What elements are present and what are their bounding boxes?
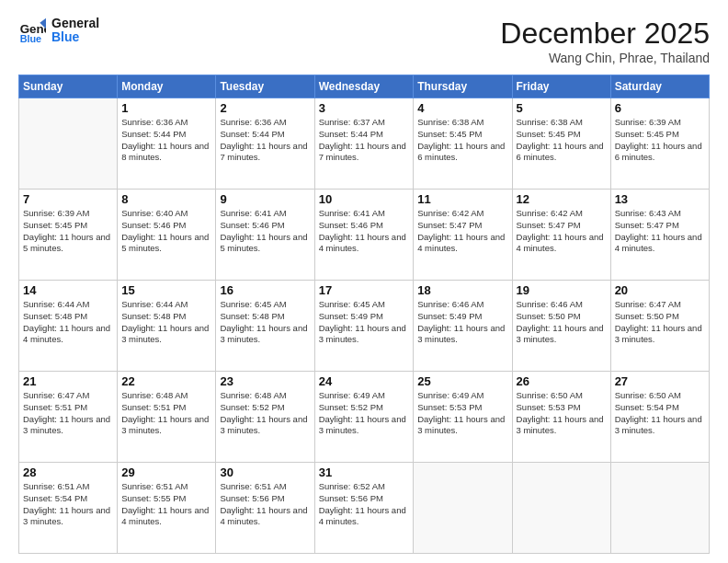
day-header-sunday: Sunday	[19, 75, 118, 98]
week-row-2: 14Sunrise: 6:44 AM Sunset: 5:48 PM Dayli…	[19, 281, 710, 372]
logo-general: General	[51, 17, 99, 30]
day-number: 30	[220, 465, 310, 479]
day-info: Sunrise: 6:42 AM Sunset: 5:47 PM Dayligh…	[417, 208, 507, 255]
day-info: Sunrise: 6:44 AM Sunset: 5:48 PM Dayligh…	[23, 299, 113, 346]
logo-blue: Blue	[51, 30, 99, 44]
day-number: 2	[220, 101, 310, 115]
week-row-1: 7Sunrise: 6:39 AM Sunset: 5:45 PM Daylig…	[19, 190, 710, 281]
day-cell: 1Sunrise: 6:36 AM Sunset: 5:44 PM Daylig…	[118, 98, 216, 190]
day-number: 9	[220, 192, 310, 206]
day-number: 13	[615, 192, 705, 206]
day-cell: 31Sunrise: 6:52 AM Sunset: 5:56 PM Dayli…	[314, 463, 414, 554]
day-info: Sunrise: 6:43 AM Sunset: 5:47 PM Dayligh…	[615, 208, 705, 255]
header: General Blue General Blue December 2025 …	[18, 17, 710, 65]
day-number: 5	[517, 101, 607, 115]
day-cell: 17Sunrise: 6:45 AM Sunset: 5:49 PM Dayli…	[314, 281, 414, 372]
day-info: Sunrise: 6:41 AM Sunset: 5:46 PM Dayligh…	[220, 208, 310, 255]
day-number: 26	[517, 374, 607, 388]
day-cell: 20Sunrise: 6:47 AM Sunset: 5:50 PM Dayli…	[610, 281, 709, 372]
day-cell: 29Sunrise: 6:51 AM Sunset: 5:55 PM Dayli…	[118, 463, 216, 554]
day-cell: 30Sunrise: 6:51 AM Sunset: 5:56 PM Dayli…	[216, 463, 314, 554]
day-number: 16	[220, 283, 310, 297]
day-info: Sunrise: 6:47 AM Sunset: 5:50 PM Dayligh…	[615, 299, 705, 346]
day-cell: 7Sunrise: 6:39 AM Sunset: 5:45 PM Daylig…	[19, 190, 118, 281]
day-number: 6	[615, 101, 705, 115]
day-cell: 2Sunrise: 6:36 AM Sunset: 5:44 PM Daylig…	[216, 98, 314, 190]
title-block: December 2025 Wang Chin, Phrae, Thailand	[500, 17, 710, 65]
day-number: 10	[319, 192, 410, 206]
day-number: 18	[417, 283, 507, 297]
logo-icon: General Blue	[18, 17, 46, 44]
week-row-0: 1Sunrise: 6:36 AM Sunset: 5:44 PM Daylig…	[19, 98, 710, 190]
day-info: Sunrise: 6:51 AM Sunset: 5:55 PM Dayligh…	[121, 481, 211, 528]
day-number: 31	[319, 465, 410, 479]
day-number: 7	[23, 192, 113, 206]
day-info: Sunrise: 6:37 AM Sunset: 5:44 PM Dayligh…	[319, 117, 410, 164]
day-number: 14	[23, 283, 113, 297]
day-info: Sunrise: 6:49 AM Sunset: 5:52 PM Dayligh…	[319, 390, 410, 437]
day-header-tuesday: Tuesday	[216, 75, 314, 98]
day-info: Sunrise: 6:36 AM Sunset: 5:44 PM Dayligh…	[121, 117, 211, 164]
day-number: 27	[615, 374, 705, 388]
day-cell: 24Sunrise: 6:49 AM Sunset: 5:52 PM Dayli…	[314, 372, 414, 463]
day-cell: 16Sunrise: 6:45 AM Sunset: 5:48 PM Dayli…	[216, 281, 314, 372]
day-number: 1	[121, 101, 211, 115]
day-info: Sunrise: 6:39 AM Sunset: 5:45 PM Dayligh…	[23, 208, 113, 255]
logo: General Blue General Blue	[18, 17, 99, 45]
location: Wang Chin, Phrae, Thailand	[500, 51, 710, 65]
day-info: Sunrise: 6:39 AM Sunset: 5:45 PM Dayligh…	[615, 117, 705, 164]
header-row: SundayMondayTuesdayWednesdayThursdayFrid…	[19, 75, 710, 98]
day-header-saturday: Saturday	[610, 75, 709, 98]
day-info: Sunrise: 6:41 AM Sunset: 5:46 PM Dayligh…	[319, 208, 410, 255]
day-cell: 21Sunrise: 6:47 AM Sunset: 5:51 PM Dayli…	[19, 372, 118, 463]
day-number: 12	[517, 192, 607, 206]
day-cell: 28Sunrise: 6:51 AM Sunset: 5:54 PM Dayli…	[19, 463, 118, 554]
day-info: Sunrise: 6:48 AM Sunset: 5:51 PM Dayligh…	[121, 390, 211, 437]
day-number: 19	[517, 283, 607, 297]
calendar: SundayMondayTuesdayWednesdayThursdayFrid…	[18, 75, 710, 554]
day-info: Sunrise: 6:36 AM Sunset: 5:44 PM Dayligh…	[220, 117, 310, 164]
day-info: Sunrise: 6:48 AM Sunset: 5:52 PM Dayligh…	[220, 390, 310, 437]
day-cell: 3Sunrise: 6:37 AM Sunset: 5:44 PM Daylig…	[314, 98, 414, 190]
day-number: 23	[220, 374, 310, 388]
day-info: Sunrise: 6:49 AM Sunset: 5:53 PM Dayligh…	[417, 390, 507, 437]
day-cell	[414, 463, 512, 554]
day-info: Sunrise: 6:45 AM Sunset: 5:49 PM Dayligh…	[319, 299, 410, 346]
day-cell: 13Sunrise: 6:43 AM Sunset: 5:47 PM Dayli…	[610, 190, 709, 281]
day-info: Sunrise: 6:47 AM Sunset: 5:51 PM Dayligh…	[23, 390, 113, 437]
day-number: 15	[121, 283, 211, 297]
day-cell	[19, 98, 118, 190]
day-number: 24	[319, 374, 410, 388]
svg-text:Blue: Blue	[20, 34, 41, 45]
day-cell: 15Sunrise: 6:44 AM Sunset: 5:48 PM Dayli…	[118, 281, 216, 372]
day-cell: 14Sunrise: 6:44 AM Sunset: 5:48 PM Dayli…	[19, 281, 118, 372]
week-row-4: 28Sunrise: 6:51 AM Sunset: 5:54 PM Dayli…	[19, 463, 710, 554]
month-title: December 2025	[500, 17, 710, 51]
day-info: Sunrise: 6:40 AM Sunset: 5:46 PM Dayligh…	[121, 208, 211, 255]
day-cell: 6Sunrise: 6:39 AM Sunset: 5:45 PM Daylig…	[610, 98, 709, 190]
day-cell: 12Sunrise: 6:42 AM Sunset: 5:47 PM Dayli…	[512, 190, 610, 281]
day-info: Sunrise: 6:46 AM Sunset: 5:50 PM Dayligh…	[517, 299, 607, 346]
day-cell	[610, 463, 709, 554]
day-cell: 27Sunrise: 6:50 AM Sunset: 5:54 PM Dayli…	[610, 372, 709, 463]
day-cell: 18Sunrise: 6:46 AM Sunset: 5:49 PM Dayli…	[414, 281, 512, 372]
day-number: 25	[417, 374, 507, 388]
day-header-friday: Friday	[512, 75, 610, 98]
day-info: Sunrise: 6:38 AM Sunset: 5:45 PM Dayligh…	[517, 117, 607, 164]
day-cell: 23Sunrise: 6:48 AM Sunset: 5:52 PM Dayli…	[216, 372, 314, 463]
day-cell: 5Sunrise: 6:38 AM Sunset: 5:45 PM Daylig…	[512, 98, 610, 190]
day-number: 20	[615, 283, 705, 297]
day-info: Sunrise: 6:50 AM Sunset: 5:54 PM Dayligh…	[615, 390, 705, 437]
day-info: Sunrise: 6:44 AM Sunset: 5:48 PM Dayligh…	[121, 299, 211, 346]
day-number: 28	[23, 465, 113, 479]
day-info: Sunrise: 6:38 AM Sunset: 5:45 PM Dayligh…	[417, 117, 507, 164]
day-info: Sunrise: 6:46 AM Sunset: 5:49 PM Dayligh…	[417, 299, 507, 346]
day-header-wednesday: Wednesday	[314, 75, 414, 98]
day-number: 4	[417, 101, 507, 115]
day-cell: 22Sunrise: 6:48 AM Sunset: 5:51 PM Dayli…	[118, 372, 216, 463]
day-number: 11	[417, 192, 507, 206]
week-row-3: 21Sunrise: 6:47 AM Sunset: 5:51 PM Dayli…	[19, 372, 710, 463]
day-info: Sunrise: 6:45 AM Sunset: 5:48 PM Dayligh…	[220, 299, 310, 346]
day-info: Sunrise: 6:51 AM Sunset: 5:54 PM Dayligh…	[23, 481, 113, 528]
day-cell: 8Sunrise: 6:40 AM Sunset: 5:46 PM Daylig…	[118, 190, 216, 281]
